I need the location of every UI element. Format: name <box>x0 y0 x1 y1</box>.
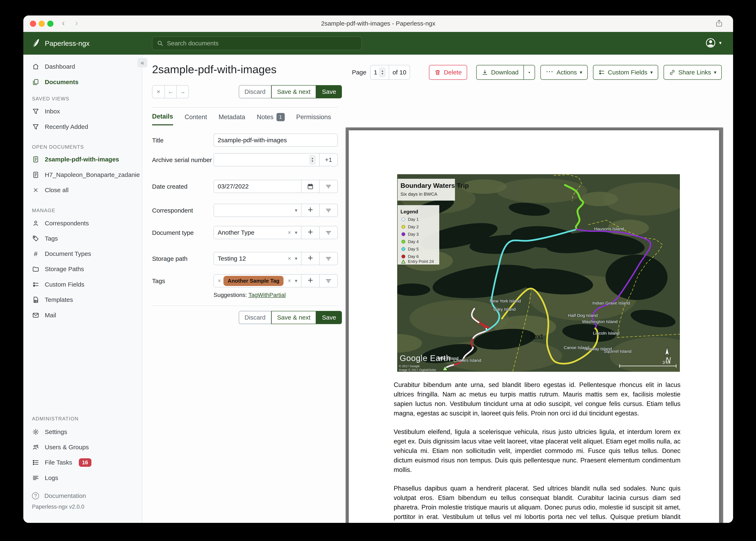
clear-icon[interactable]: × <box>288 255 291 262</box>
tab-notes[interactable]: Notes1 <box>257 113 285 125</box>
remove-tag-icon[interactable]: × <box>218 277 221 284</box>
delete-button[interactable]: Delete <box>429 65 467 80</box>
tab-metadata[interactable]: Metadata <box>219 113 245 125</box>
sidebar-item-dashboard[interactable]: Dashboard <box>23 59 142 74</box>
share-icon[interactable] <box>715 19 723 27</box>
legend-title: Legend <box>400 209 418 215</box>
users-icon <box>32 443 39 451</box>
correspondent-select[interactable]: ▾ <box>214 204 301 217</box>
storage-path-filter-button[interactable] <box>319 253 337 265</box>
map-label: Hausons Island <box>594 227 624 231</box>
save-next-button[interactable]: Save & next <box>271 85 316 98</box>
close-document-button[interactable]: × <box>152 86 164 98</box>
app-header: Paperless-ngx Search documents ▾ <box>23 32 733 55</box>
sidebar-item-logs[interactable]: Logs <box>23 470 142 486</box>
storage-path-select[interactable]: Testing 12 ×▾ <box>214 253 301 265</box>
help-icon: ? <box>32 492 39 499</box>
pdf-preview-pane[interactable]: Hausons Island New York Island Gary Isla… <box>346 127 723 523</box>
sidebar-section-open-documents: OPEN DOCUMENTS <box>32 144 84 150</box>
sidebar-item-label: Settings <box>45 428 67 435</box>
sidebar-item-close-all[interactable]: Close all <box>23 183 142 198</box>
tag-chip[interactable]: Another Sample Tag <box>223 276 283 286</box>
save-button[interactable]: Save <box>316 85 342 98</box>
save-next-button[interactable]: Save & next <box>271 311 316 324</box>
sidebar-item-open-doc-h7[interactable]: H7_Napoleon_Bonaparte_zadanie <box>23 167 142 183</box>
sidebar-item-storage-paths[interactable]: Storage Paths <box>23 262 142 277</box>
add-document-type-button[interactable]: + <box>301 227 319 239</box>
sidebar: « Dashboard Documents SAVED VIEWS Inbox … <box>23 55 142 523</box>
sidebar-item-tags[interactable]: Tags <box>23 231 142 246</box>
asn-spinner[interactable]: ▲▼ <box>309 155 315 165</box>
page-spinner[interactable]: ▲▼ <box>379 68 385 77</box>
sidebar-item-settings[interactable]: Settings <box>23 424 142 440</box>
calendar-button[interactable] <box>301 180 319 193</box>
page-label: Page <box>352 69 366 76</box>
date-created-input[interactable]: 03/27/2022 <box>214 180 301 193</box>
search-placeholder: Search documents <box>167 40 219 47</box>
actions-button[interactable]: ⋯ Actions▾ <box>540 65 587 80</box>
hash-icon: # <box>32 250 39 258</box>
tab-details[interactable]: Details <box>152 113 173 125</box>
sidebar-item-label: File Tasks <box>45 459 72 466</box>
field-row-title: Title 2sample-pdf-with-images <box>152 134 338 147</box>
custom-fields-button[interactable]: Custom Fields▾ <box>593 65 658 80</box>
map-legend: Legend Day 1 Day 2 Day 3 Day 4 Day 5 Day… <box>398 205 439 265</box>
clear-icon[interactable]: × <box>288 277 291 284</box>
sidebar-item-file-tasks[interactable]: File Tasks 16 <box>23 455 142 470</box>
discard-button[interactable]: Discard <box>239 311 271 324</box>
map-label: Charles Island <box>454 358 481 363</box>
sidebar-item-recently-added[interactable]: Recently Added <box>23 119 142 135</box>
download-dropdown-button[interactable]: ▾ <box>524 65 535 80</box>
sidebar-item-documentation[interactable]: ? Documentation <box>23 488 142 503</box>
paragraph: Curabitur bibendum ante urna, sed blandi… <box>394 380 680 418</box>
sidebar-item-document-types[interactable]: # Document Types <box>23 246 142 262</box>
next-document-button[interactable]: → <box>176 86 188 98</box>
correspondent-filter-button[interactable] <box>319 204 337 217</box>
sidebar-item-users-groups[interactable]: Users & Groups <box>23 440 142 455</box>
user-menu[interactable]: ▾ <box>705 38 722 48</box>
document-type-select[interactable]: Another Type ×▾ <box>214 227 301 239</box>
previous-document-button[interactable]: ← <box>164 86 176 98</box>
sidebar-item-custom-fields[interactable]: Custom Fields <box>23 277 142 292</box>
filter-lines-icon <box>325 207 332 214</box>
sidebar-item-inbox[interactable]: Inbox <box>23 104 142 119</box>
download-button[interactable]: Download <box>476 65 524 80</box>
sidebar-item-documents[interactable]: Documents <box>23 74 142 90</box>
field-label: Document type <box>152 229 214 237</box>
title-input[interactable]: 2sample-pdf-with-images <box>214 134 337 146</box>
logs-icon <box>32 474 39 482</box>
sidebar-item-mail[interactable]: Mail <box>23 307 142 323</box>
add-storage-path-button[interactable]: + <box>301 253 319 265</box>
share-links-button[interactable]: Share Links▾ <box>664 65 722 80</box>
filter-lines-icon <box>325 183 332 190</box>
sidebar-item-open-doc-2sample[interactable]: 2sample-pdf-with-images <box>23 152 142 167</box>
tab-content[interactable]: Content <box>185 113 207 125</box>
asn-input[interactable]: ▲▼ <box>214 154 319 166</box>
add-tag-button[interactable]: + <box>301 274 319 287</box>
suggestion-link[interactable]: TagWithPartial <box>248 292 286 298</box>
field-label: Storage path <box>152 255 214 263</box>
field-row-date-created: Date created 03/27/2022 <box>152 180 338 193</box>
clear-icon[interactable]: × <box>288 229 291 236</box>
search-input[interactable]: Search documents <box>152 37 362 50</box>
asn-plus-one-button[interactable]: +1 <box>319 154 337 166</box>
tags-filter-button[interactable] <box>319 274 337 287</box>
task-list-icon <box>32 459 39 466</box>
tab-permissions[interactable]: Permissions <box>296 113 331 125</box>
page-number-input[interactable]: 1 ▲▼ <box>371 65 389 79</box>
trash-icon <box>434 69 441 76</box>
document-type-filter-button[interactable] <box>319 227 337 239</box>
save-button[interactable]: Save <box>316 311 342 324</box>
tags-select[interactable]: × Another Sample Tag ×▾ <box>214 274 301 287</box>
sidebar-item-templates[interactable]: Templates <box>23 292 142 307</box>
window-title: 2sample-pdf-with-images - Paperless-ngx <box>23 20 733 27</box>
app-logo[interactable]: Paperless-ngx <box>31 38 90 48</box>
discard-button[interactable]: Discard <box>239 85 271 98</box>
sidebar-collapse-button[interactable]: « <box>137 58 147 67</box>
add-correspondent-button[interactable]: + <box>301 204 319 217</box>
app-version: Paperless-ngx v2.0.0 <box>32 504 84 510</box>
chevron-down-icon: ▾ <box>295 278 297 283</box>
sidebar-item-correspondents[interactable]: Correspondents <box>23 216 142 231</box>
sidebar-item-label: Documentation <box>44 492 86 499</box>
date-filter-button[interactable] <box>319 180 337 193</box>
